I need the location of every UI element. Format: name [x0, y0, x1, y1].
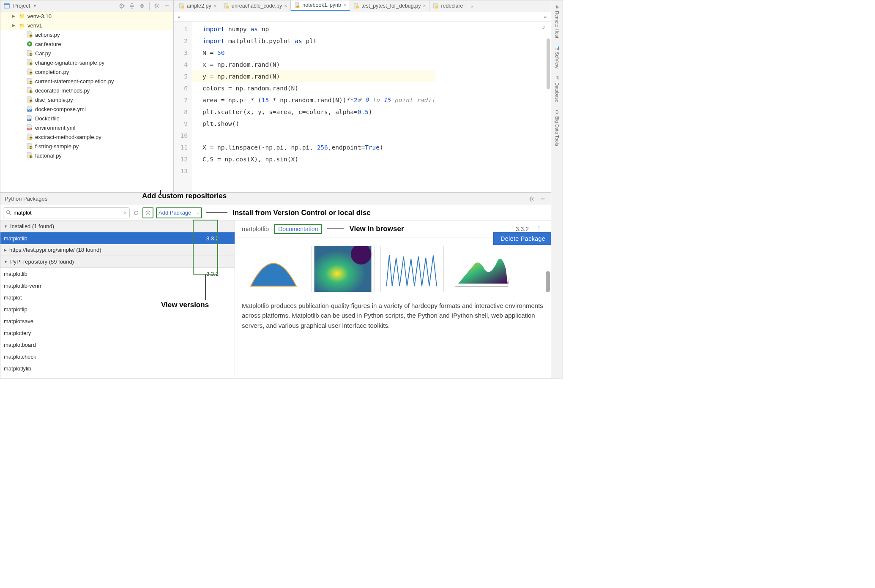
- project-title[interactable]: Project: [13, 3, 30, 9]
- package-description: Matplotlib produces publication-quality …: [242, 301, 544, 330]
- svg-text:IP: IP: [297, 5, 298, 8]
- minimize-icon[interactable]: [163, 2, 171, 10]
- editor-tab[interactable]: unreachable_code.py×: [220, 0, 291, 11]
- editor-tab[interactable]: redeclare: [429, 0, 467, 11]
- package-section-header[interactable]: ▶https://test.pypi.org/simple/ (18 found…: [0, 244, 235, 256]
- packages-list[interactable]: ▼Installed (1 found)matplotlib3.3.2▶http…: [0, 220, 235, 378]
- svg-point-3: [121, 5, 123, 6]
- editor-tab[interactable]: IPnotebook1.ipynb×: [291, 0, 350, 11]
- minimize-icon[interactable]: [539, 195, 547, 203]
- tree-file[interactable]: car.feature: [0, 39, 173, 49]
- tree-file[interactable]: current-statement-completion.py: [0, 76, 173, 86]
- svg-point-8: [156, 5, 158, 7]
- breadcrumb-chevrons: »: [178, 14, 180, 19]
- annotation-versions: View versions: [161, 301, 209, 309]
- thumb-spikes: [380, 246, 444, 292]
- reload-icon[interactable]: [132, 209, 140, 217]
- packages-toolbar: × Add Package ⌄ Install from Version Con…: [0, 205, 551, 220]
- python-file-icon: [433, 3, 439, 9]
- annotation-custom-repos: Add custom repositories: [142, 192, 227, 200]
- toolbar-separator: [149, 2, 150, 10]
- settings-highlighted[interactable]: [142, 207, 153, 218]
- python-packages-panel: Python Packages Add custom repositories …: [0, 192, 551, 378]
- svg-text:D: D: [28, 118, 30, 121]
- package-section-header[interactable]: ▼Installed (1 found): [0, 220, 235, 232]
- package-version: 3.3.2: [516, 226, 529, 232]
- add-package-button[interactable]: Add Package ⌄: [156, 207, 202, 218]
- svg-point-55: [147, 212, 149, 214]
- tabs-overflow-icon[interactable]: ⌄: [467, 0, 477, 11]
- package-row[interactable]: matplottery: [0, 327, 235, 339]
- thumb-heatmap: [311, 246, 375, 292]
- tree-file[interactable]: YMLenvironment.yml: [0, 123, 173, 132]
- detail-scrollbar[interactable]: [546, 271, 550, 292]
- tree-file[interactable]: DCdocker-compose.yml: [0, 104, 173, 114]
- editor-tab[interactable]: test_pytest_for_debug.py×: [350, 0, 429, 11]
- annotation-line: [206, 212, 227, 213]
- annotation-install: Install from Version Control or local di…: [232, 209, 371, 217]
- thumb-3d: [450, 246, 513, 292]
- package-row[interactable]: matplotboard: [0, 339, 235, 351]
- project-dropdown-icon[interactable]: ▼: [33, 3, 37, 8]
- tree-folder[interactable]: ▶📁venv-3.10: [0, 11, 173, 21]
- tree-file[interactable]: exctract-method-sample.py: [0, 132, 173, 142]
- tree-folder[interactable]: ▶📁venv1: [0, 21, 173, 30]
- close-icon[interactable]: ×: [213, 3, 216, 9]
- documentation-link[interactable]: Documentation: [274, 224, 322, 234]
- delete-package-menu-item[interactable]: Delete Package: [493, 232, 551, 245]
- search-input[interactable]: [14, 210, 121, 216]
- svg-point-43: [226, 5, 229, 8]
- package-row[interactable]: matplotlylib: [0, 362, 235, 374]
- dock-item[interactable]: 🗄Database: [554, 74, 561, 104]
- collapse-all-icon[interactable]: [138, 2, 146, 10]
- svg-point-53: [7, 211, 10, 214]
- tree-file[interactable]: Car.py: [0, 49, 173, 58]
- tree-file[interactable]: completion.py: [0, 67, 173, 76]
- dock-item[interactable]: ⇅Remote Host: [554, 3, 561, 40]
- project-view-icon[interactable]: [3, 2, 11, 10]
- editor-scrollbar[interactable]: [547, 38, 550, 89]
- package-row[interactable]: matplotlib3.3.2: [0, 268, 235, 280]
- gear-icon[interactable]: [528, 195, 536, 203]
- python-file-icon: IP: [294, 2, 300, 8]
- close-icon[interactable]: ×: [343, 2, 346, 8]
- right-dock: ⇅Remote Host📊SciView🗄DatabaseDBig Data T…: [551, 0, 563, 378]
- package-description-area: Matplotlib produces publication-quality …: [235, 237, 551, 339]
- annotation-browser: View in browser: [349, 225, 404, 233]
- package-section-header[interactable]: ▼PyPI repository (59 found): [0, 256, 235, 268]
- package-row[interactable]: matplotlib-venn: [0, 280, 235, 291]
- svg-text:YML: YML: [28, 128, 32, 130]
- breadcrumbs[interactable]: » »: [174, 11, 551, 22]
- package-row[interactable]: matplotcheck: [0, 351, 235, 362]
- packages-body: ▼Installed (1 found)matplotlib3.3.2▶http…: [0, 220, 551, 378]
- svg-line-54: [9, 213, 11, 215]
- packages-header: Python Packages Add custom repositories: [0, 193, 551, 205]
- ide-window: Project ▼ ▶📁venv-3.10▶📁venv1actions.pyca…: [0, 0, 563, 378]
- tree-file[interactable]: decorated-methods.py: [0, 86, 173, 95]
- python-file-icon: [179, 3, 185, 9]
- close-icon[interactable]: ×: [423, 3, 426, 9]
- tree-file[interactable]: f-string-sample.py: [0, 142, 173, 151]
- package-detail: matplotlib Documentation View in browser…: [235, 220, 551, 378]
- tree-file[interactable]: factorial.py: [0, 151, 173, 160]
- expand-all-icon[interactable]: [128, 2, 136, 10]
- dock-item[interactable]: DBig Data Tools: [554, 108, 561, 148]
- svg-point-48: [356, 5, 359, 8]
- tree-file[interactable]: DDockerfile: [0, 114, 173, 123]
- clear-icon[interactable]: ×: [123, 210, 127, 216]
- package-row[interactable]: matplotsave: [0, 315, 235, 327]
- package-row[interactable]: matplotlib3.3.2: [0, 232, 235, 244]
- close-icon[interactable]: ×: [284, 3, 287, 9]
- gear-icon[interactable]: [153, 2, 161, 10]
- package-search[interactable]: ×: [3, 207, 130, 218]
- tree-file[interactable]: change-signature-sample.py: [0, 58, 173, 67]
- locate-icon[interactable]: [118, 2, 126, 10]
- python-file-icon: [353, 3, 359, 9]
- dock-item[interactable]: 📊SciView: [554, 44, 561, 70]
- kebab-icon[interactable]: ⋮: [534, 225, 544, 233]
- editor-tabs: ample2.py×unreachable_code.py×IPnotebook…: [174, 0, 551, 11]
- tree-file[interactable]: actions.py: [0, 30, 173, 39]
- tree-file[interactable]: disc_sample.py: [0, 95, 173, 104]
- editor-tab[interactable]: ample2.py×: [175, 0, 220, 11]
- check-icon: ✓: [542, 24, 546, 31]
